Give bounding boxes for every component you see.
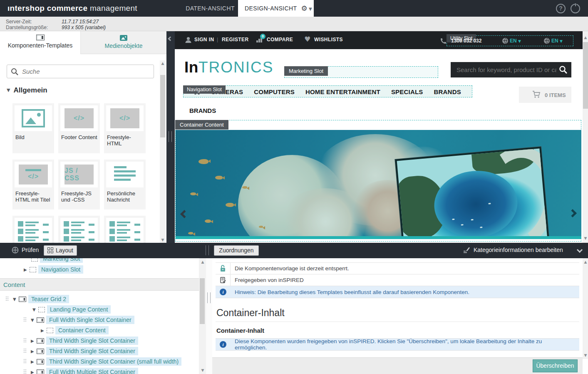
scrollbar-thumb[interactable] bbox=[200, 278, 205, 324]
structure-tree-panel: Marketing Slot ▶Navigation Slot Content … bbox=[0, 258, 199, 374]
expand-icon[interactable]: ▶ bbox=[41, 328, 47, 333]
tree-item-full-width-single[interactable]: ▼Full Width Single Slot Container bbox=[24, 315, 134, 324]
navigation-slot[interactable]: CAMERASCOMPUTERSHOME ENTERTAINMENTSPECIA… bbox=[183, 85, 472, 97]
tile-freestyle-js-css[interactable]: JS / CSS Freestyle-JS und -CSS bbox=[58, 160, 100, 209]
tree-label: Teaser Grid 2 bbox=[28, 295, 69, 303]
container-content-slot[interactable]: Container Content bbox=[175, 120, 581, 242]
section-allgemein[interactable]: ▼Allgemein bbox=[7, 86, 47, 95]
language-selector-2[interactable]: EN ▼ bbox=[544, 38, 563, 44]
tile-list-3[interactable] bbox=[104, 216, 146, 243]
storefront-search-input[interactable] bbox=[457, 65, 556, 75]
palette-collapse-strip[interactable] bbox=[166, 31, 175, 243]
palette-scrollbar[interactable]: ▲ ▼ bbox=[160, 60, 166, 243]
expand-icon[interactable]: ▶ bbox=[31, 370, 37, 374]
drag-handle-icon[interactable] bbox=[6, 297, 9, 302]
nav-specials[interactable]: SPECIALS bbox=[391, 88, 423, 95]
tile-freestyle-html[interactable]: </> Freestyle-HTML bbox=[104, 103, 146, 153]
nav-computers[interactable]: COMPUTERS bbox=[254, 88, 295, 95]
drag-handle-icon[interactable] bbox=[24, 349, 27, 354]
cart-count: 0 ITEMS bbox=[545, 92, 566, 98]
scroll-down-icon[interactable]: ▼ bbox=[583, 235, 588, 241]
detail-scrollbar[interactable]: ▲ ▼ bbox=[583, 258, 588, 359]
tile-bild[interactable]: Bild bbox=[12, 103, 54, 153]
tree-label: Full Width Multiple Slot Container bbox=[46, 368, 138, 374]
tile-list-1[interactable] bbox=[12, 216, 54, 243]
scroll-up-icon[interactable]: ▲ bbox=[583, 259, 588, 265]
compare-link[interactable]: COMPARE bbox=[267, 37, 293, 42]
tile-list-2[interactable] bbox=[58, 216, 100, 243]
scroll-up-icon[interactable]: ▲ bbox=[583, 35, 588, 40]
marketing-slot[interactable]: Marketing Slot bbox=[284, 66, 438, 78]
collapse-icon[interactable]: ▼ bbox=[31, 318, 37, 322]
tab-design-ansicht[interactable]: DESIGN-ANSICHT⚙▼ bbox=[238, 0, 314, 17]
tree-item-landing-page-content[interactable]: ▼Landing Page Content bbox=[32, 305, 111, 314]
tree-item-marketing-slot[interactable]: Marketing Slot bbox=[31, 258, 83, 263]
toolbar-resize-handle[interactable] bbox=[206, 245, 209, 255]
bottom-panel-divider[interactable] bbox=[206, 258, 212, 374]
sign-in-link[interactable]: SIGN IN bbox=[194, 37, 214, 42]
scrollbar-thumb[interactable] bbox=[160, 75, 165, 137]
tree-item-teaser-grid[interactable]: ▼Teaser Grid 2 bbox=[6, 294, 69, 304]
tile-persoenliche-nachricht[interactable]: Persönliche Nachricht bbox=[104, 160, 146, 209]
drag-handle-icon[interactable] bbox=[24, 369, 27, 374]
tile-freestyle-html-titel[interactable]: </> Freestyle-HTML mit Titel bbox=[12, 160, 54, 209]
tree-item-third-width-2[interactable]: ▶Third Width Single Slot Container bbox=[24, 347, 138, 356]
preview-scrollbar[interactable]: ▲ ▼ bbox=[583, 31, 588, 243]
tree-item-navigation-slot[interactable]: ▶Navigation Slot bbox=[24, 265, 83, 274]
collapse-icon[interactable]: ▼ bbox=[32, 307, 38, 312]
panel-resize-handle[interactable] bbox=[207, 292, 211, 303]
intronics-logo[interactable]: InTRONICS bbox=[184, 59, 273, 76]
expand-icon[interactable]: ▶ bbox=[31, 359, 37, 364]
scroll-down-icon[interactable]: ▼ bbox=[583, 352, 588, 358]
tree-scrollbar[interactable]: ▲ ▼ bbox=[199, 258, 206, 374]
expand-icon[interactable]: ▶ bbox=[31, 349, 37, 354]
search-input[interactable] bbox=[22, 66, 151, 77]
pruefen-button[interactable]: Prüfen bbox=[12, 247, 39, 254]
tree-label: Navigation Slot bbox=[38, 265, 83, 274]
ueberschreiben-button[interactable]: Überschreiben bbox=[533, 359, 578, 372]
drag-handle-icon[interactable] bbox=[24, 338, 27, 343]
tree-item-third-width-small[interactable]: ▶Third Width Single Slot Container (smal… bbox=[24, 357, 181, 366]
register-link[interactable]: REGISTER bbox=[222, 37, 249, 42]
language-selector-1[interactable]: EN ▼ bbox=[502, 38, 521, 44]
layout-button[interactable]: Layout bbox=[44, 245, 77, 256]
scroll-up-icon[interactable]: ▲ bbox=[200, 259, 206, 265]
product-list-icon bbox=[18, 220, 49, 242]
panel-collapse-chevron-icon[interactable] bbox=[577, 247, 583, 253]
nav-brands-row2[interactable]: BRANDS bbox=[189, 107, 216, 114]
scroll-up-icon[interactable]: ▲ bbox=[160, 60, 166, 66]
zuordnungen-button[interactable]: Zuordnungen bbox=[214, 245, 259, 256]
tab-medienobjekte[interactable]: Medienobjekte bbox=[80, 31, 166, 54]
nav-home-entertainment[interactable]: HOME ENTERTAINMENT bbox=[305, 88, 380, 95]
drag-handle-icon[interactable] bbox=[24, 317, 27, 322]
help-button[interactable]: ? bbox=[556, 4, 566, 13]
tab-komponenten-templates[interactable]: Komponenten-Templates bbox=[0, 31, 80, 54]
collapse-left-icon[interactable] bbox=[168, 36, 172, 41]
code-icon: </> bbox=[65, 108, 94, 128]
wishlists-link[interactable]: WISHLISTS bbox=[314, 37, 343, 42]
gear-icon[interactable]: ⚙ bbox=[301, 4, 308, 12]
logo-tronics: TRONICS bbox=[198, 59, 274, 76]
scroll-down-icon[interactable]: ▼ bbox=[160, 237, 166, 243]
tree-item-container-content[interactable]: ▶Container Content bbox=[41, 326, 109, 335]
expand-icon[interactable]: ▶ bbox=[24, 267, 30, 272]
kategorie-bearbeiten-button[interactable]: Kategorieinformationen bearbeiten bbox=[463, 247, 563, 253]
tree-item-full-width-multiple[interactable]: ▶Full Width Multiple Slot Container bbox=[24, 367, 138, 374]
stamp-icon bbox=[220, 277, 226, 284]
logout-button[interactable] bbox=[571, 4, 580, 13]
search-icon[interactable] bbox=[559, 65, 567, 74]
drag-handle-icon[interactable] bbox=[24, 359, 27, 364]
scrollbar-thumb[interactable] bbox=[583, 42, 588, 109]
tree-item-third-width-1[interactable]: ▶Third Width Single Slot Container bbox=[24, 336, 138, 345]
cart-minibox[interactable]: 0 ITEMS bbox=[519, 87, 571, 103]
scroll-down-icon[interactable]: ▼ bbox=[200, 367, 206, 373]
intershop-logo: ıntershop commerce management bbox=[7, 4, 137, 13]
tile-footer-content[interactable]: </> Footer Content bbox=[58, 103, 100, 153]
tab-daten-ansicht[interactable]: DATEN-ANSICHT bbox=[183, 0, 237, 17]
status-text: Freigegeben von inSPIRED bbox=[231, 274, 308, 286]
collapse-icon[interactable]: ▼ bbox=[13, 297, 19, 302]
panel-resize-handle[interactable] bbox=[169, 131, 172, 142]
nav-brands[interactable]: BRANDS bbox=[434, 88, 461, 95]
expand-icon[interactable]: ▶ bbox=[31, 339, 37, 343]
utility-slot[interactable]: Utility Slot 1300 032 032 EN ▼ EN ▼ bbox=[447, 35, 573, 46]
